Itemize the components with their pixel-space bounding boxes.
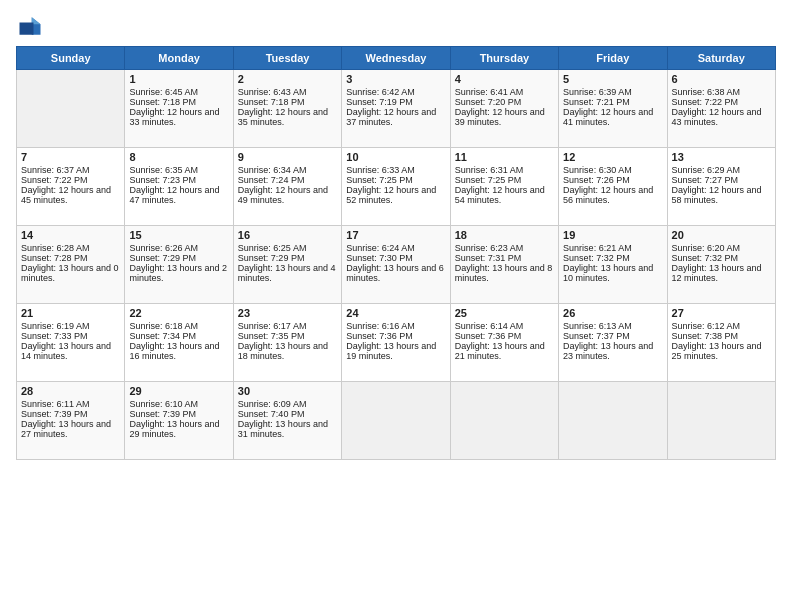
day-cell: 6Sunrise: 6:38 AMSunset: 7:22 PMDaylight… <box>667 70 775 148</box>
day-number: 7 <box>21 151 120 163</box>
day-number: 24 <box>346 307 445 319</box>
sunset-text: Sunset: 7:30 PM <box>346 253 445 263</box>
sunrise-text: Sunrise: 6:31 AM <box>455 165 554 175</box>
sunset-text: Sunset: 7:35 PM <box>238 331 337 341</box>
day-number: 26 <box>563 307 662 319</box>
daylight-text: Daylight: 13 hours and 14 minutes. <box>21 341 120 361</box>
day-cell: 16Sunrise: 6:25 AMSunset: 7:29 PMDayligh… <box>233 226 341 304</box>
sunset-text: Sunset: 7:33 PM <box>21 331 120 341</box>
day-cell: 1Sunrise: 6:45 AMSunset: 7:18 PMDaylight… <box>125 70 233 148</box>
sunset-text: Sunset: 7:37 PM <box>563 331 662 341</box>
sunset-text: Sunset: 7:39 PM <box>21 409 120 419</box>
sunset-text: Sunset: 7:27 PM <box>672 175 771 185</box>
daylight-text: Daylight: 13 hours and 29 minutes. <box>129 419 228 439</box>
main-container: SundayMondayTuesdayWednesdayThursdayFrid… <box>0 0 792 468</box>
day-number: 2 <box>238 73 337 85</box>
day-number: 16 <box>238 229 337 241</box>
sunrise-text: Sunrise: 6:21 AM <box>563 243 662 253</box>
day-cell: 18Sunrise: 6:23 AMSunset: 7:31 PMDayligh… <box>450 226 558 304</box>
sunset-text: Sunset: 7:25 PM <box>346 175 445 185</box>
sunset-text: Sunset: 7:21 PM <box>563 97 662 107</box>
sunrise-text: Sunrise: 6:11 AM <box>21 399 120 409</box>
day-cell: 29Sunrise: 6:10 AMSunset: 7:39 PMDayligh… <box>125 382 233 460</box>
daylight-text: Daylight: 12 hours and 56 minutes. <box>563 185 662 205</box>
daylight-text: Daylight: 12 hours and 35 minutes. <box>238 107 337 127</box>
day-cell: 4Sunrise: 6:41 AMSunset: 7:20 PMDaylight… <box>450 70 558 148</box>
sunrise-text: Sunrise: 6:24 AM <box>346 243 445 253</box>
day-number: 10 <box>346 151 445 163</box>
daylight-text: Daylight: 13 hours and 31 minutes. <box>238 419 337 439</box>
sunrise-text: Sunrise: 6:18 AM <box>129 321 228 331</box>
week-row-1: 1Sunrise: 6:45 AMSunset: 7:18 PMDaylight… <box>17 70 776 148</box>
daylight-text: Daylight: 13 hours and 6 minutes. <box>346 263 445 283</box>
logo <box>16 12 48 40</box>
day-number: 27 <box>672 307 771 319</box>
sunrise-text: Sunrise: 6:17 AM <box>238 321 337 331</box>
sunset-text: Sunset: 7:24 PM <box>238 175 337 185</box>
daylight-text: Daylight: 12 hours and 54 minutes. <box>455 185 554 205</box>
day-number: 23 <box>238 307 337 319</box>
day-cell: 8Sunrise: 6:35 AMSunset: 7:23 PMDaylight… <box>125 148 233 226</box>
col-header-thursday: Thursday <box>450 47 558 70</box>
daylight-text: Daylight: 13 hours and 10 minutes. <box>563 263 662 283</box>
day-number: 8 <box>129 151 228 163</box>
day-cell: 13Sunrise: 6:29 AMSunset: 7:27 PMDayligh… <box>667 148 775 226</box>
daylight-text: Daylight: 13 hours and 4 minutes. <box>238 263 337 283</box>
sunset-text: Sunset: 7:38 PM <box>672 331 771 341</box>
daylight-text: Daylight: 12 hours and 52 minutes. <box>346 185 445 205</box>
sunrise-text: Sunrise: 6:41 AM <box>455 87 554 97</box>
day-cell: 26Sunrise: 6:13 AMSunset: 7:37 PMDayligh… <box>559 304 667 382</box>
sunset-text: Sunset: 7:32 PM <box>672 253 771 263</box>
sunrise-text: Sunrise: 6:42 AM <box>346 87 445 97</box>
col-header-friday: Friday <box>559 47 667 70</box>
sunrise-text: Sunrise: 6:28 AM <box>21 243 120 253</box>
sunrise-text: Sunrise: 6:16 AM <box>346 321 445 331</box>
sunrise-text: Sunrise: 6:38 AM <box>672 87 771 97</box>
day-cell: 5Sunrise: 6:39 AMSunset: 7:21 PMDaylight… <box>559 70 667 148</box>
day-number: 25 <box>455 307 554 319</box>
day-cell: 10Sunrise: 6:33 AMSunset: 7:25 PMDayligh… <box>342 148 450 226</box>
day-cell: 24Sunrise: 6:16 AMSunset: 7:36 PMDayligh… <box>342 304 450 382</box>
sunset-text: Sunset: 7:26 PM <box>563 175 662 185</box>
sunrise-text: Sunrise: 6:23 AM <box>455 243 554 253</box>
week-row-4: 21Sunrise: 6:19 AMSunset: 7:33 PMDayligh… <box>17 304 776 382</box>
daylight-text: Daylight: 12 hours and 58 minutes. <box>672 185 771 205</box>
sunrise-text: Sunrise: 6:10 AM <box>129 399 228 409</box>
daylight-text: Daylight: 12 hours and 41 minutes. <box>563 107 662 127</box>
day-number: 29 <box>129 385 228 397</box>
daylight-text: Daylight: 12 hours and 45 minutes. <box>21 185 120 205</box>
sunset-text: Sunset: 7:29 PM <box>129 253 228 263</box>
daylight-text: Daylight: 13 hours and 12 minutes. <box>672 263 771 283</box>
day-cell: 17Sunrise: 6:24 AMSunset: 7:30 PMDayligh… <box>342 226 450 304</box>
day-number: 28 <box>21 385 120 397</box>
day-cell <box>559 382 667 460</box>
day-cell: 19Sunrise: 6:21 AMSunset: 7:32 PMDayligh… <box>559 226 667 304</box>
day-number: 6 <box>672 73 771 85</box>
day-cell: 28Sunrise: 6:11 AMSunset: 7:39 PMDayligh… <box>17 382 125 460</box>
daylight-text: Daylight: 13 hours and 27 minutes. <box>21 419 120 439</box>
day-cell: 25Sunrise: 6:14 AMSunset: 7:36 PMDayligh… <box>450 304 558 382</box>
day-cell <box>17 70 125 148</box>
day-cell: 21Sunrise: 6:19 AMSunset: 7:33 PMDayligh… <box>17 304 125 382</box>
day-cell: 20Sunrise: 6:20 AMSunset: 7:32 PMDayligh… <box>667 226 775 304</box>
sunset-text: Sunset: 7:28 PM <box>21 253 120 263</box>
day-number: 30 <box>238 385 337 397</box>
day-number: 15 <box>129 229 228 241</box>
week-row-5: 28Sunrise: 6:11 AMSunset: 7:39 PMDayligh… <box>17 382 776 460</box>
day-cell: 12Sunrise: 6:30 AMSunset: 7:26 PMDayligh… <box>559 148 667 226</box>
sunrise-text: Sunrise: 6:14 AM <box>455 321 554 331</box>
sunrise-text: Sunrise: 6:20 AM <box>672 243 771 253</box>
day-cell: 3Sunrise: 6:42 AMSunset: 7:19 PMDaylight… <box>342 70 450 148</box>
sunrise-text: Sunrise: 6:39 AM <box>563 87 662 97</box>
sunrise-text: Sunrise: 6:25 AM <box>238 243 337 253</box>
day-number: 14 <box>21 229 120 241</box>
daylight-text: Daylight: 13 hours and 25 minutes. <box>672 341 771 361</box>
daylight-text: Daylight: 13 hours and 8 minutes. <box>455 263 554 283</box>
daylight-text: Daylight: 13 hours and 16 minutes. <box>129 341 228 361</box>
day-number: 13 <box>672 151 771 163</box>
daylight-text: Daylight: 12 hours and 47 minutes. <box>129 185 228 205</box>
day-cell <box>667 382 775 460</box>
sunset-text: Sunset: 7:31 PM <box>455 253 554 263</box>
daylight-text: Daylight: 12 hours and 37 minutes. <box>346 107 445 127</box>
day-cell: 14Sunrise: 6:28 AMSunset: 7:28 PMDayligh… <box>17 226 125 304</box>
